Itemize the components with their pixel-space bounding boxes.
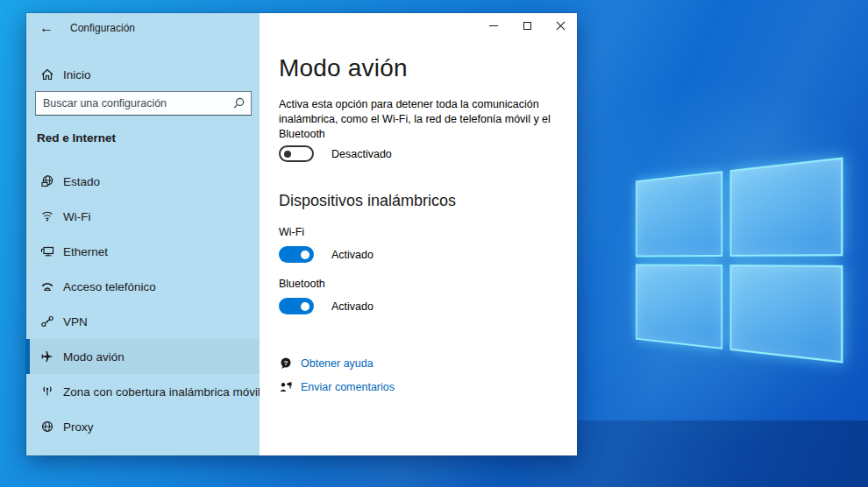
feedback-icon: [279, 380, 293, 394]
airplane-icon: [40, 349, 54, 363]
maximize-icon: [523, 22, 531, 30]
windows-logo-pane: [636, 264, 722, 349]
wifi-toggle-state: Activado: [331, 249, 374, 261]
bluetooth-toggle[interactable]: [279, 298, 314, 314]
toggle-knob: [301, 251, 309, 259]
sidebar-item-modo-avion[interactable]: Modo avión: [26, 339, 260, 374]
sidebar-section-header: Red e Internet: [37, 131, 116, 145]
wifi-toggle-row: Activado: [279, 246, 374, 263]
sidebar-item-ethernet[interactable]: Ethernet: [26, 234, 260, 269]
bluetooth-toggle-row: Activado: [279, 298, 374, 314]
sidebar-item-wifi[interactable]: Wi-Fi: [26, 199, 260, 234]
send-feedback-link-label: Enviar comentarios: [301, 381, 395, 393]
minimize-button[interactable]: [477, 13, 510, 39]
ethernet-icon: [40, 244, 54, 258]
settings-window: ← Configuración Inicio Red e Internet Es…: [26, 13, 577, 455]
windows-logo-pane: [729, 265, 843, 363]
minimize-icon: [489, 25, 498, 26]
windows-logo-pane: [729, 157, 843, 256]
sidebar-item-label: Ethernet: [63, 245, 108, 258]
sidebar-item-label: Acceso telefónico: [63, 280, 156, 293]
proxy-globe-icon: [40, 420, 54, 434]
toggle-knob: [284, 151, 291, 158]
settings-main-pane: Modo avión Activa esta opción para deten…: [260, 13, 577, 455]
vpn-icon: [40, 314, 54, 328]
wifi-icon: [40, 209, 54, 223]
sidebar-item-vpn[interactable]: VPN: [26, 304, 260, 339]
sidebar-item-estado[interactable]: Estado: [26, 164, 260, 199]
sidebar-item-label: Modo avión: [63, 350, 125, 363]
wifi-toggle[interactable]: [279, 246, 314, 263]
mobile-hotspot-icon: [40, 385, 54, 399]
close-icon: [556, 21, 566, 31]
sidebar-item-label: Inicio: [63, 68, 91, 81]
airplane-mode-toggle-row: Desactivado: [279, 145, 392, 162]
sidebar-item-label: Estado: [63, 175, 100, 188]
search-box: [35, 91, 252, 116]
get-help-link-label: Obtener ayuda: [301, 357, 374, 370]
network-status-globe-icon: [40, 174, 54, 188]
toggle-knob: [301, 302, 309, 311]
sidebar-item-zona-hotspot[interactable]: Zona con cobertura inalámbrica móvil: [26, 374, 260, 409]
maximize-button[interactable]: [510, 13, 544, 39]
device-label-wifi: Wi-Fi: [279, 226, 304, 238]
sidebar-item-acceso-telefonico[interactable]: Acceso telefónico: [26, 269, 260, 304]
sidebar-item-proxy[interactable]: Proxy: [26, 409, 260, 444]
get-help-link[interactable]: ? Obtener ayuda: [279, 356, 374, 371]
page-description: Activa esta opción para detener toda la …: [279, 97, 572, 142]
sidebar-item-home[interactable]: Inicio: [26, 57, 260, 92]
airplane-mode-toggle[interactable]: [279, 145, 314, 162]
dialup-phone-icon: [40, 279, 54, 293]
airplane-mode-toggle-state: Desactivado: [331, 148, 392, 160]
sidebar-item-label: Wi-Fi: [63, 210, 90, 223]
section-title-wireless-devices: Dispositivos inalámbricos: [279, 192, 456, 210]
settings-sidebar: ← Configuración Inicio Red e Internet Es…: [26, 13, 260, 455]
home-icon: [40, 67, 54, 81]
sidebar-item-label: VPN: [63, 315, 88, 328]
sidebar-item-label: Zona con cobertura inalámbrica móvil: [63, 385, 260, 399]
window-caption-buttons: [477, 13, 577, 39]
help-icon: ?: [279, 356, 293, 371]
svg-text:?: ?: [284, 359, 288, 367]
windows-logo-pane: [636, 171, 722, 257]
sidebar-item-label: Proxy: [63, 420, 94, 434]
back-button[interactable]: ←: [33, 17, 60, 39]
search-icon[interactable]: [231, 96, 245, 110]
search-input[interactable]: [43, 92, 223, 115]
sidebar-nav-list: Estado Wi-Fi Ethernet Acceso telefónico: [26, 164, 260, 444]
window-title: Configuración: [70, 22, 135, 34]
page-title: Modo avión: [279, 54, 408, 82]
close-button[interactable]: [544, 13, 577, 39]
device-label-bluetooth: Bluetooth: [279, 278, 325, 290]
windows-logo: [636, 157, 843, 363]
send-feedback-link[interactable]: Enviar comentarios: [279, 380, 395, 394]
bluetooth-toggle-state: Activado: [331, 300, 374, 313]
